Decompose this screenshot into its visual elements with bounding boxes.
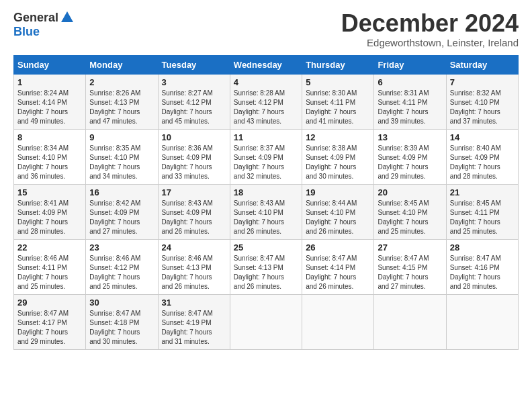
- calendar-cell: 16 Sunrise: 8:42 AM Sunset: 4:09 PM Dayl…: [86, 184, 158, 239]
- calendar-cell: 1 Sunrise: 8:24 AM Sunset: 4:14 PM Dayli…: [14, 74, 86, 129]
- calendar-cell: 2 Sunrise: 8:26 AM Sunset: 4:13 PM Dayli…: [86, 74, 158, 129]
- logo-blue-text: Blue: [13, 25, 40, 39]
- day-number: 21: [450, 187, 515, 197]
- day-number: 23: [89, 242, 154, 253]
- weekday-header-friday: Friday: [374, 55, 446, 74]
- day-number: 22: [17, 242, 82, 253]
- calendar-cell: [302, 294, 374, 349]
- calendar-cell: 6 Sunrise: 8:31 AM Sunset: 4:11 PM Dayli…: [374, 74, 446, 129]
- day-content: Sunrise: 8:46 AM Sunset: 4:11 PM Dayligh…: [17, 254, 82, 291]
- day-number: 26: [306, 242, 370, 253]
- calendar-cell: 19 Sunrise: 8:44 AM Sunset: 4:10 PM Dayl…: [302, 184, 374, 239]
- logo-icon: [60, 10, 75, 25]
- calendar-cell: 4 Sunrise: 8:28 AM Sunset: 4:12 PM Dayli…: [230, 74, 302, 129]
- day-number: 2: [89, 77, 154, 87]
- day-number: 9: [89, 132, 154, 142]
- calendar-cell: 5 Sunrise: 8:30 AM Sunset: 4:11 PM Dayli…: [302, 74, 374, 129]
- day-content: Sunrise: 8:47 AM Sunset: 4:17 PM Dayligh…: [17, 309, 82, 347]
- day-content: Sunrise: 8:47 AM Sunset: 4:13 PM Dayligh…: [234, 254, 298, 291]
- day-number: 8: [17, 132, 82, 142]
- calendar-cell: 14 Sunrise: 8:40 AM Sunset: 4:09 PM Dayl…: [446, 129, 518, 184]
- day-content: Sunrise: 8:43 AM Sunset: 4:10 PM Dayligh…: [234, 199, 298, 236]
- calendar-cell: 27 Sunrise: 8:47 AM Sunset: 4:15 PM Dayl…: [374, 239, 446, 294]
- day-number: 17: [162, 187, 226, 197]
- day-number: 3: [162, 77, 226, 87]
- calendar-week-row: 29 Sunrise: 8:47 AM Sunset: 4:17 PM Dayl…: [14, 294, 519, 349]
- day-content: Sunrise: 8:26 AM Sunset: 4:13 PM Dayligh…: [89, 89, 154, 126]
- weekday-header-wednesday: Wednesday: [230, 55, 302, 74]
- day-content: Sunrise: 8:45 AM Sunset: 4:11 PM Dayligh…: [450, 199, 515, 236]
- day-content: Sunrise: 8:42 AM Sunset: 4:09 PM Dayligh…: [89, 199, 154, 236]
- day-number: 10: [162, 132, 226, 142]
- day-number: 7: [450, 77, 515, 87]
- calendar-cell: 7 Sunrise: 8:32 AM Sunset: 4:10 PM Dayli…: [446, 74, 518, 129]
- day-number: 30: [89, 298, 154, 308]
- calendar-cell: 23 Sunrise: 8:46 AM Sunset: 4:12 PM Dayl…: [86, 239, 158, 294]
- day-number: 15: [17, 187, 82, 197]
- day-number: 19: [306, 187, 370, 197]
- day-content: Sunrise: 8:44 AM Sunset: 4:10 PM Dayligh…: [306, 199, 370, 236]
- day-number: 12: [306, 132, 370, 142]
- calendar-cell: 10 Sunrise: 8:36 AM Sunset: 4:09 PM Dayl…: [158, 129, 230, 184]
- weekday-header-row: SundayMondayTuesdayWednesdayThursdayFrid…: [14, 55, 519, 74]
- calendar-cell: 17 Sunrise: 8:43 AM Sunset: 4:09 PM Dayl…: [158, 184, 230, 239]
- day-content: Sunrise: 8:47 AM Sunset: 4:16 PM Dayligh…: [450, 254, 515, 291]
- calendar-week-row: 8 Sunrise: 8:34 AM Sunset: 4:10 PM Dayli…: [14, 129, 519, 184]
- day-content: Sunrise: 8:40 AM Sunset: 4:09 PM Dayligh…: [450, 144, 515, 181]
- weekday-header-sunday: Sunday: [14, 55, 86, 74]
- calendar-cell: 13 Sunrise: 8:39 AM Sunset: 4:09 PM Dayl…: [374, 129, 446, 184]
- day-content: Sunrise: 8:47 AM Sunset: 4:14 PM Dayligh…: [306, 254, 370, 291]
- day-content: Sunrise: 8:36 AM Sunset: 4:09 PM Dayligh…: [162, 144, 226, 181]
- day-content: Sunrise: 8:34 AM Sunset: 4:10 PM Dayligh…: [17, 144, 82, 181]
- calendar-table: SundayMondayTuesdayWednesdayThursdayFrid…: [13, 55, 519, 350]
- day-content: Sunrise: 8:47 AM Sunset: 4:15 PM Dayligh…: [378, 254, 442, 291]
- svg-marker-0: [61, 11, 73, 22]
- weekday-header-thursday: Thursday: [302, 55, 374, 74]
- day-number: 28: [450, 242, 515, 253]
- weekday-header-tuesday: Tuesday: [158, 55, 230, 74]
- calendar-cell: 18 Sunrise: 8:43 AM Sunset: 4:10 PM Dayl…: [230, 184, 302, 239]
- day-number: 16: [89, 187, 154, 197]
- weekday-header-saturday: Saturday: [446, 55, 518, 74]
- day-content: Sunrise: 8:47 AM Sunset: 4:19 PM Dayligh…: [162, 309, 226, 347]
- day-content: Sunrise: 8:43 AM Sunset: 4:09 PM Dayligh…: [162, 199, 226, 236]
- day-number: 31: [162, 298, 226, 308]
- day-number: 29: [17, 298, 82, 308]
- day-number: 4: [234, 77, 298, 87]
- calendar-cell: [374, 294, 446, 349]
- calendar-cell: 11 Sunrise: 8:37 AM Sunset: 4:09 PM Dayl…: [230, 129, 302, 184]
- calendar-cell: 31 Sunrise: 8:47 AM Sunset: 4:19 PM Dayl…: [158, 294, 230, 349]
- day-number: 24: [162, 242, 226, 253]
- calendar-cell: [230, 294, 302, 349]
- day-number: 13: [378, 132, 442, 142]
- day-content: Sunrise: 8:46 AM Sunset: 4:12 PM Dayligh…: [89, 254, 154, 291]
- logo-general-text: General: [13, 11, 58, 25]
- calendar-cell: 8 Sunrise: 8:34 AM Sunset: 4:10 PM Dayli…: [14, 129, 86, 184]
- logo: General Blue: [13, 10, 75, 39]
- day-number: 14: [450, 132, 515, 142]
- day-content: Sunrise: 8:39 AM Sunset: 4:09 PM Dayligh…: [378, 144, 442, 181]
- day-number: 11: [234, 132, 298, 142]
- day-content: Sunrise: 8:30 AM Sunset: 4:11 PM Dayligh…: [306, 89, 370, 126]
- calendar-cell: 30 Sunrise: 8:47 AM Sunset: 4:18 PM Dayl…: [86, 294, 158, 349]
- day-content: Sunrise: 8:41 AM Sunset: 4:09 PM Dayligh…: [17, 199, 82, 236]
- day-content: Sunrise: 8:31 AM Sunset: 4:11 PM Dayligh…: [378, 89, 442, 126]
- page-header: General Blue December 2024 Edgeworthstow…: [13, 10, 519, 48]
- calendar-cell: 22 Sunrise: 8:46 AM Sunset: 4:11 PM Dayl…: [14, 239, 86, 294]
- day-number: 6: [378, 77, 442, 87]
- day-content: Sunrise: 8:38 AM Sunset: 4:09 PM Dayligh…: [306, 144, 370, 181]
- calendar-cell: 20 Sunrise: 8:45 AM Sunset: 4:10 PM Dayl…: [374, 184, 446, 239]
- calendar-week-row: 15 Sunrise: 8:41 AM Sunset: 4:09 PM Dayl…: [14, 184, 519, 239]
- calendar-cell: 24 Sunrise: 8:46 AM Sunset: 4:13 PM Dayl…: [158, 239, 230, 294]
- calendar-cell: 21 Sunrise: 8:45 AM Sunset: 4:11 PM Dayl…: [446, 184, 518, 239]
- day-number: 18: [234, 187, 298, 197]
- calendar-cell: 12 Sunrise: 8:38 AM Sunset: 4:09 PM Dayl…: [302, 129, 374, 184]
- calendar-cell: [446, 294, 518, 349]
- day-content: Sunrise: 8:47 AM Sunset: 4:18 PM Dayligh…: [89, 309, 154, 347]
- calendar-cell: 29 Sunrise: 8:47 AM Sunset: 4:17 PM Dayl…: [14, 294, 86, 349]
- calendar-cell: 26 Sunrise: 8:47 AM Sunset: 4:14 PM Dayl…: [302, 239, 374, 294]
- day-number: 20: [378, 187, 442, 197]
- calendar-cell: 15 Sunrise: 8:41 AM Sunset: 4:09 PM Dayl…: [14, 184, 86, 239]
- calendar-week-row: 22 Sunrise: 8:46 AM Sunset: 4:11 PM Dayl…: [14, 239, 519, 294]
- day-number: 5: [306, 77, 370, 87]
